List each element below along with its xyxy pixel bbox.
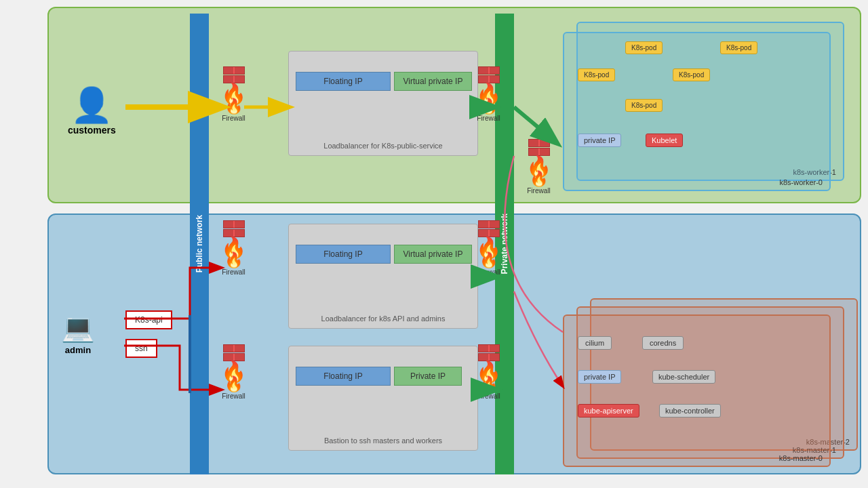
lb2-floating-ip: Floating IP <box>296 245 391 264</box>
lb3-desc: Bastion to ssh masters and workers <box>324 436 442 445</box>
lb2-desc: Loadbalancer for k8s API and admins <box>321 314 446 323</box>
master0-label: k8s-master-0 <box>779 454 823 462</box>
laptop-icon: 💻 <box>61 312 95 344</box>
kube-scheduler-badge: kube-scheduler <box>652 370 715 384</box>
lb-box-1: Floating IP Virtual private IP Loadbalan… <box>288 51 478 156</box>
kubelet-badge: Kubelet <box>646 134 683 147</box>
kube-apiserver-badge: kube-apiserver <box>578 404 639 418</box>
k8s-api-box: K8s-api <box>125 310 172 329</box>
kube-controller-badge: kube-controller <box>659 404 721 418</box>
master-private-ip: private IP <box>578 370 621 384</box>
private-network-label: Private network <box>500 214 509 274</box>
lb1-floating-ip: Floating IP <box>296 72 391 91</box>
firewall-lb2-right: 🔥 🔥 Firewall <box>476 220 501 276</box>
k8s-pod-3: K8s-pod <box>578 68 615 81</box>
firewall-lb3-right: 🔥 🔥 Firewall <box>476 344 501 400</box>
public-network-label: Public network <box>195 215 204 272</box>
firewall-lb1-left: 🔥 🔥 Firewall <box>221 66 246 122</box>
lb3-private-ip: Private IP <box>394 367 462 386</box>
k8s-pod-2: K8s-pod <box>720 41 757 54</box>
customer-area: 👤 customers <box>68 88 116 136</box>
admin-label: admin <box>61 345 95 355</box>
lb3-floating-ip: Floating IP <box>296 367 391 386</box>
firewall-lb2-left: 🔥 🔥 Firewall <box>221 220 246 276</box>
k8s-master-area: k8s-master-2 k8s-master-1 cilium coredns… <box>563 298 861 478</box>
coredns-badge: coredns <box>642 336 684 350</box>
diagram-container: Public network Private network 👤 custome… <box>7 7 861 481</box>
firewall-lb3-left: 🔥 🔥 Firewall <box>221 344 246 400</box>
cilium-badge: cilium <box>578 336 612 350</box>
k8s-worker-0-box: K8s-pod K8s-pod K8s-pod K8s-pod K8s-pod … <box>563 32 831 191</box>
firewall-private-top: 🔥 🔥 Firewall <box>526 139 551 195</box>
lb1-virtual-ip: Virtual private IP <box>394 72 472 91</box>
person-icon: 👤 <box>68 88 116 122</box>
k8s-pod-1: K8s-pod <box>625 41 663 54</box>
k8s-master-0-box: cilium coredns private IP kube-scheduler… <box>563 314 831 467</box>
lb-box-2: Floating IP Virtual private IP Loadbalan… <box>288 224 478 329</box>
public-network-bar: Public network <box>190 14 209 474</box>
k8s-pod-5: K8s-pod <box>625 99 663 112</box>
firewall-lb1-right: 🔥 🔥 Firewall <box>476 66 501 122</box>
lb2-virtual-ip: Virtual private IP <box>394 245 472 264</box>
customers-label: customers <box>68 125 116 136</box>
k8s-pod-4: K8s-pod <box>673 68 710 81</box>
k8s-worker-area: k8s-worker-1 K8s-pod K8s-pod K8s-pod K8s… <box>563 22 848 201</box>
worker0-label: k8s-worker-0 <box>779 178 823 186</box>
worker-private-ip: private IP <box>578 134 621 147</box>
admin-area: 💻 admin <box>61 312 95 355</box>
lb-box-3: Floating IP Private IP Bastion to ssh ma… <box>288 346 478 451</box>
ssh-box: ssh <box>125 339 157 358</box>
lb1-desc: Loadbalancer for K8s-public-service <box>323 142 442 150</box>
